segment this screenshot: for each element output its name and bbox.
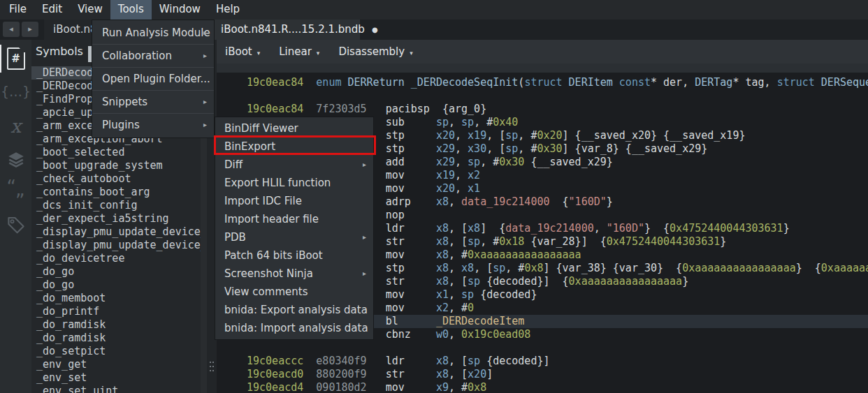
submenu-item-bnida-import-analysis-data[interactable]: bnida: Import analysis data — [215, 319, 373, 337]
symbol-list-item[interactable]: _contains_boot_arg — [31, 186, 201, 199]
tag-icon — [6, 214, 27, 235]
submenu-item-import-header-file[interactable]: Import header file — [215, 210, 373, 228]
code-token: 19c0eacd4 — [247, 381, 303, 393]
code-token: pacibsp {arg_0} — [386, 103, 487, 115]
code-line[interactable]: 19c0eacd4 090180d2 mov x9, #0x8 — [247, 381, 868, 393]
menubar-item-edit[interactable]: Edit — [34, 0, 70, 20]
code-token: "160D" — [607, 222, 644, 235]
code-token: 0 — [468, 302, 474, 314]
code-token — [367, 103, 386, 115]
code-token — [303, 76, 316, 89]
symbol-list-item[interactable]: _env_get — [31, 358, 201, 371]
layers-icon — [7, 150, 25, 168]
symbol-list-item[interactable]: _env_set — [31, 371, 201, 385]
symbol-list-item[interactable]: _der_expect_ia5string — [31, 212, 201, 225]
code-line[interactable] — [247, 341, 868, 355]
symbol-list-item[interactable]: _do_go — [31, 265, 201, 279]
symbol-list-item[interactable]: _do_printf — [31, 305, 201, 318]
tags-panel-icon[interactable] — [0, 210, 31, 239]
submenu-item-bnida-export-analysis-data[interactable]: bnida: Export analysis data — [215, 301, 373, 319]
symbol-list-item[interactable]: _do_memboot — [31, 292, 201, 305]
symbol-list-item[interactable]: _do_devicetree — [31, 252, 201, 265]
tab-iboot-bndb[interactable]: iBoot.n841.R....15.2.1.bndb● — [215, 20, 360, 40]
submenu-item-screenshot-ninja[interactable]: Screenshot Ninja▸ — [215, 265, 373, 283]
code-line[interactable]: 19c0eacd0 880200f9 str x8, [x20] — [247, 368, 868, 381]
submenu-arrow-icon: ▸ — [363, 228, 366, 246]
submenu-item-pdb[interactable]: PDB▸ — [215, 228, 373, 246]
code-token: x20 — [436, 182, 455, 195]
view-mode-dropdown[interactable]: Linear▾ — [279, 45, 319, 58]
code-token: 880200f9 — [316, 368, 366, 380]
code-token: x8 — [436, 368, 449, 380]
code-line[interactable]: 19c0eac84 enum DERReturn _DERDecodeSeqIn… — [247, 76, 868, 89]
types-panel-icon[interactable]: {…} — [0, 79, 31, 104]
code-token: , — [449, 328, 461, 341]
code-token: 0xaaaaaaaaaaaaaaaa — [569, 275, 683, 288]
code-token: x30 — [468, 142, 486, 155]
code-token: 19c0eac84 — [247, 103, 303, 115]
code-token — [563, 76, 569, 89]
menu-item-snippets[interactable]: Snippets▸ — [92, 91, 214, 113]
symbol-list-item[interactable]: _display_pmu_update_device_ — [31, 225, 201, 239]
symbol-list-item[interactable]: _env_set_uint — [31, 385, 201, 393]
code-line[interactable] — [247, 89, 868, 103]
menu-item-run-analysis-module[interactable]: Run Analysis Module▸ — [92, 22, 214, 44]
code-token: { — [550, 195, 569, 208]
symbol-list-item[interactable]: _boot_upgrade_system — [31, 159, 201, 172]
menubar-item-window[interactable]: Window — [152, 0, 208, 20]
symbol-list-item[interactable]: _do_setpict — [31, 345, 201, 358]
code-token: , # — [480, 235, 499, 248]
binary-selector-dropdown[interactable]: iBoot▾ — [225, 45, 260, 58]
strings-panel-icon[interactable]: “ ” — [0, 177, 31, 206]
code-token — [303, 355, 316, 367]
binexport-annotation-rectangle — [214, 135, 376, 155]
menu-item-plugins[interactable]: Plugins▸ — [92, 114, 214, 136]
submenu-item-export-hlil-function[interactable]: Export HLIL function — [215, 174, 373, 192]
symbol-list-item[interactable]: _do_go — [31, 279, 201, 292]
code-token: {decoded}] { — [480, 275, 568, 288]
submenu-item-import-idc-file[interactable]: Import IDC File — [215, 192, 373, 210]
symbol-list-item[interactable]: _do_ramdisk — [31, 318, 201, 332]
symbol-list-item[interactable]: _display_pmu_update_device_ — [31, 239, 201, 252]
code-token: x8 — [436, 275, 449, 288]
submenu-item-patch-64-bits-iboot[interactable]: Patch 64 bits iBoot — [215, 246, 373, 265]
menubar: FileEditViewToolsWindowHelp — [0, 0, 868, 20]
submenu-item-view-comments[interactable]: View comments — [215, 283, 373, 301]
submenu-item-diff[interactable]: Diff▸ — [215, 156, 373, 174]
code-token: , — [449, 288, 461, 301]
symbols-panel-icon[interactable]: # — [0, 45, 31, 73]
code-token: struct — [777, 76, 815, 89]
menubar-item-help[interactable]: Help — [208, 0, 247, 20]
code-line[interactable]: 19c0eaccc e80340f9 ldr x8, [sp {decoded}… — [247, 355, 868, 368]
il-level-dropdown[interactable]: Disassembly▾ — [338, 45, 412, 58]
code-token: , # — [449, 302, 468, 314]
code-token — [815, 76, 821, 89]
variables-panel-icon[interactable]: x — [0, 111, 31, 140]
code-token: x20 — [436, 129, 455, 142]
menu-item-open-plugin-folder[interactable]: Open Plugin Folder... — [92, 68, 214, 90]
code-token: x8 — [436, 195, 449, 208]
code-token: x19 — [436, 169, 455, 181]
tab-back-button[interactable]: ◂ — [3, 22, 20, 37]
symbol-list-item[interactable]: _boot_selected — [31, 146, 201, 159]
code-token: data_19c214000 — [505, 222, 593, 235]
symbol-list-item[interactable]: _check_autoboot — [31, 172, 201, 186]
menubar-item-tools[interactable]: Tools — [110, 0, 152, 20]
submenu-arrow-icon: ▸ — [203, 45, 207, 67]
stack-panel-icon[interactable] — [0, 146, 31, 172]
tab-forward-button[interactable]: ▸ — [22, 22, 38, 37]
code-token: 0x30 — [499, 156, 524, 168]
folded-corner-icon — [19, 47, 25, 52]
code-token: {decoded}] — [480, 355, 549, 367]
menubar-item-view[interactable]: View — [70, 0, 110, 20]
code-token: ] { — [480, 222, 505, 235]
code-token: } — [682, 275, 688, 288]
code-line[interactable]: 19c0eac84 7f2303d5 pacibsp {arg_0} — [247, 103, 868, 116]
menubar-item-file[interactable]: File — [1, 0, 34, 20]
menu-item-collaboration[interactable]: Collaboration▸ — [92, 45, 214, 67]
code-token: , [ — [474, 262, 493, 274]
symbol-list-item[interactable]: _dcs_init_config — [31, 199, 201, 212]
code-token — [341, 76, 347, 89]
symbol-list-item[interactable]: _do_ramdisk — [31, 332, 201, 345]
code-token: } { — [796, 262, 821, 274]
